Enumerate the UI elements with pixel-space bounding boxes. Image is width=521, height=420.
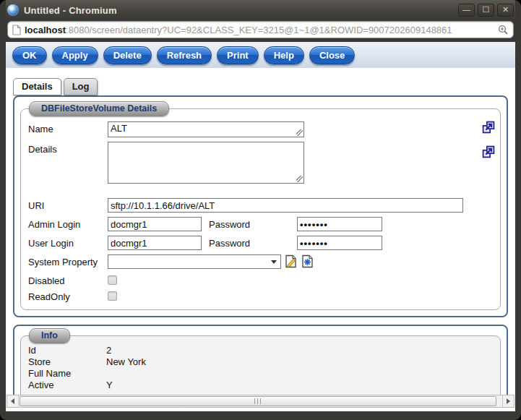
disabled-checkbox[interactable] (108, 275, 117, 285)
name-row: Name ALT (28, 121, 493, 137)
page-content: OK Apply Delete Refresh Print Help Close… (6, 42, 515, 411)
info-legend: Info (29, 328, 70, 343)
system-property-label: System Property (28, 254, 108, 267)
uri-row: URI (28, 198, 493, 213)
details-label: Details (28, 142, 108, 155)
close-button[interactable]: Close (309, 46, 355, 64)
minimize-button[interactable]: — (458, 4, 475, 17)
print-button[interactable]: Print (217, 46, 259, 64)
id-label: Id (28, 345, 106, 356)
id-value: 2 (106, 345, 111, 356)
uri-input[interactable] (108, 198, 463, 213)
help-button[interactable]: Help (264, 46, 304, 64)
browser-window: Untitled - Chromium — ☐ ✕ localhost:8080… (0, 0, 521, 420)
page-icon (12, 25, 21, 35)
store-label: Store (28, 356, 106, 368)
scroll-right-button[interactable] (502, 395, 514, 407)
zoom-magnifier-icon[interactable] (498, 25, 509, 35)
address-bar[interactable]: localhost:8080/screen/dataentry?UC=92&CL… (7, 21, 514, 38)
system-property-select[interactable] (108, 254, 281, 269)
user-login-label: User Login (28, 236, 108, 249)
user-password-input[interactable] (297, 236, 382, 250)
url-path: :8080/screen/dataentry?UC=92&CLASS_KEY=3… (66, 25, 452, 35)
details-input[interactable] (108, 142, 304, 184)
tab-details[interactable]: Details (13, 78, 61, 95)
close-window-button[interactable]: ✕ (497, 4, 514, 17)
scrollbar-thumb[interactable] (20, 396, 496, 406)
expand-name-icon[interactable] (482, 121, 495, 134)
disabled-row: Disabled (28, 273, 493, 286)
name-label: Name (28, 121, 108, 134)
action-toolbar: OK Apply Delete Refresh Print Help Close (6, 42, 515, 68)
full-name-label: Full Name (28, 368, 106, 380)
maximize-button[interactable]: ☐ (478, 4, 494, 17)
refresh-button[interactable]: Refresh (157, 46, 212, 64)
title-bar[interactable]: Untitled - Chromium — ☐ ✕ (6, 0, 515, 20)
url-text[interactable]: localhost:8080/screen/dataentry?UC=92&CL… (25, 25, 494, 35)
info-row-active: Active Y (28, 380, 493, 391)
scrollbar-grip-icon (254, 398, 262, 404)
info-fieldset: Info Id 2 Store New York Full Name Activ… (20, 335, 501, 400)
scroll-right-icon (507, 398, 510, 404)
user-password-label: Password (209, 236, 297, 249)
store-value: New York (106, 356, 146, 368)
window-title: Untitled - Chromium (24, 5, 117, 16)
name-input[interactable]: ALT (108, 121, 304, 137)
uri-label: URI (28, 198, 108, 211)
readonly-checkbox[interactable] (108, 291, 117, 301)
system-property-row: System Property (28, 254, 493, 269)
new-property-icon[interactable] (301, 254, 314, 268)
readonly-row: ReadOnly (28, 289, 493, 302)
horizontal-scrollbar[interactable] (7, 395, 514, 408)
scroll-left-icon (11, 398, 14, 404)
window-controls: — ☐ ✕ (458, 4, 514, 17)
info-row-store: Store New York (28, 356, 493, 368)
user-login-row: User Login Password (28, 236, 493, 250)
details-row: Details (28, 142, 493, 184)
admin-login-label: Admin Login (28, 217, 108, 230)
readonly-label: ReadOnly (28, 289, 108, 302)
active-label: Active (28, 380, 106, 391)
admin-password-input[interactable] (297, 217, 382, 231)
active-value: Y (106, 380, 113, 391)
delete-button[interactable]: Delete (103, 46, 152, 64)
disabled-label: Disabled (28, 273, 108, 286)
admin-login-input[interactable] (108, 217, 202, 231)
address-bar-row: localhost:8080/screen/dataentry?UC=92&CL… (6, 20, 515, 42)
info-row-fullname: Full Name (28, 368, 493, 380)
info-row-id: Id 2 (28, 345, 493, 356)
details-panel: DBFileStoreVolume Details Name (13, 95, 508, 317)
dbfilestorevolume-fieldset: DBFileStoreVolume Details Name (20, 108, 501, 310)
admin-login-row: Admin Login Password (28, 217, 493, 231)
ok-button[interactable]: OK (12, 46, 47, 64)
tab-bar: Details Log (13, 78, 515, 95)
scroll-left-button[interactable] (7, 395, 19, 407)
dropdown-arrow-icon (271, 260, 277, 264)
expand-details-icon[interactable] (482, 145, 495, 158)
chromium-icon (7, 4, 19, 16)
user-login-input[interactable] (108, 236, 202, 250)
expand-icons-column (482, 121, 495, 158)
url-host: localhost (25, 25, 66, 35)
tab-log[interactable]: Log (64, 78, 98, 95)
edit-property-icon[interactable] (284, 254, 298, 268)
admin-password-label: Password (209, 217, 297, 230)
apply-button[interactable]: Apply (52, 46, 98, 64)
details-legend: DBFileStoreVolume Details (29, 101, 169, 116)
